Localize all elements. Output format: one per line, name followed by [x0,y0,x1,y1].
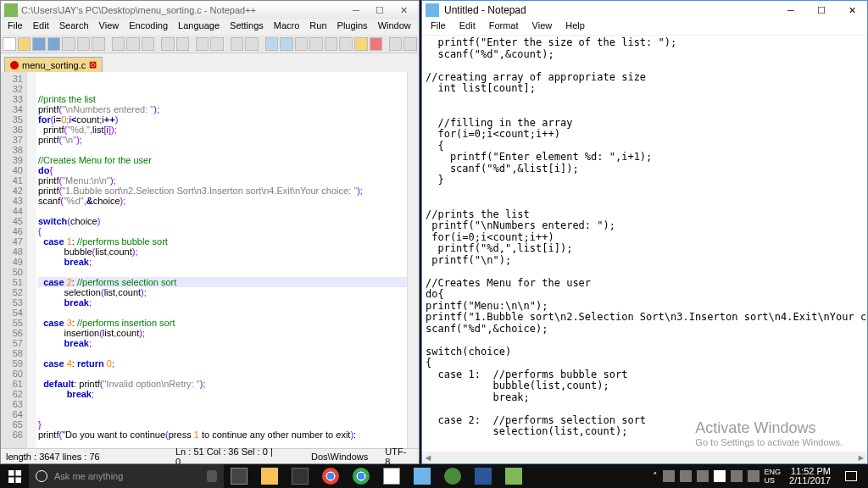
battery-icon[interactable] [714,470,726,482]
menu-macro[interactable]: Macro [269,19,305,35]
start-button[interactable] [0,464,29,488]
taskview-button[interactable] [224,464,254,488]
unsaved-dot-icon [10,61,19,69]
vscrollbar[interactable] [407,72,419,448]
npp-toolbar [1,35,419,53]
paste-icon[interactable] [142,37,155,51]
status-encoding: UTF-8 [385,446,406,467]
menu-language[interactable]: Language [173,19,225,35]
menu-view[interactable]: View [526,19,559,35]
undo-icon[interactable] [161,37,175,51]
print-icon[interactable] [92,37,105,51]
search-box[interactable]: Ask me anything [29,464,224,488]
new-file-icon[interactable] [3,37,16,51]
hscrollbar[interactable]: ◄ ► [422,452,867,463]
menu-file[interactable]: File [424,19,453,35]
zoom-out-icon[interactable] [245,37,259,51]
menu-help[interactable]: Help [559,19,592,35]
wordwrap-icon[interactable] [265,37,279,51]
npp-tabbar: menu_sorting.c ⊠ [1,53,419,72]
notepad-app-icon [426,3,439,17]
app-button[interactable] [376,464,407,488]
replace-icon[interactable] [210,37,224,51]
menu-edit[interactable]: Edit [28,19,54,35]
wifi-icon[interactable] [731,470,743,482]
action-center-button[interactable] [839,464,863,488]
func-list-icon[interactable] [339,37,353,51]
menu-file[interactable]: File [3,19,28,35]
volume-icon[interactable] [748,470,760,482]
udl-icon[interactable] [309,37,323,51]
maximize-button[interactable]: ☐ [368,5,392,16]
npp-editor[interactable]: 3132333435363738394041424344454647484950… [1,72,419,448]
line-gutter: 3132333435363738394041424344454647484950… [1,72,26,448]
tray-chevron-icon[interactable]: ˄ [653,471,658,482]
indent-guide-icon[interactable] [295,37,309,51]
store-button[interactable] [285,464,315,488]
np-menubar: File Edit Format View Help [422,19,867,36]
onedrive-icon[interactable] [680,470,692,482]
menu-settings[interactable]: Settings [225,19,269,35]
close-all-icon[interactable] [77,37,91,51]
menu-edit[interactable]: Edit [453,19,482,35]
tab-close-icon[interactable]: ⊠ [89,59,97,70]
close-button[interactable]: ✕ [392,5,415,16]
tab-label: menu_sorting.c [22,60,86,70]
chrome-button[interactable] [315,464,346,488]
close-button[interactable]: ✕ [837,1,867,19]
menu-view[interactable]: View [94,19,125,35]
fold-gutter[interactable] [26,72,36,448]
open-file-icon[interactable] [18,37,31,51]
folder-icon[interactable] [354,37,368,51]
scroll-left-icon[interactable]: ◄ [422,452,434,463]
input-lang[interactable]: ENGUS [765,468,782,485]
svg-rect-2 [8,477,14,483]
menu-search[interactable]: Search [54,19,94,35]
tray-icon[interactable] [663,470,675,482]
status-length: length : 3647 lines : 76 [6,452,159,462]
doc-map-icon[interactable] [325,37,338,51]
zoom-in-icon[interactable] [231,37,244,51]
np-titlebar[interactable]: Untitled - Notepad ─ ☐ ✕ [422,1,867,19]
maximize-button[interactable]: ☐ [806,1,837,19]
menu-format[interactable]: Format [482,19,526,35]
npp-taskbar-button[interactable] [498,464,529,488]
tab-menu-sorting[interactable]: menu_sorting.c ⊠ [4,57,103,72]
copy-icon[interactable] [126,37,140,51]
menu-plugins[interactable]: Plugins [332,19,373,35]
chrome-button-2[interactable] [346,464,376,488]
np-title: Untitled - Notepad [444,4,776,16]
find-icon[interactable] [196,37,209,51]
redo-icon[interactable] [176,37,190,51]
save-all-icon[interactable] [47,37,61,51]
npp-titlebar[interactable]: C:\Users\JAY's PC\Desktop\menu_sorting.c… [1,1,419,19]
clock[interactable]: 11:52 PM 2/11/2017 [786,467,834,485]
np-text-area[interactable]: printf("Enter the size of the list: "); … [422,36,867,463]
clock-date: 2/11/2017 [789,476,831,485]
play-macro-icon[interactable] [403,37,417,51]
menu-window[interactable]: Window [373,19,416,35]
menu-run[interactable]: Run [304,19,331,35]
microphone-icon[interactable] [207,470,217,482]
code-area[interactable]: //prints the listprintf("\nNumbers enter… [36,72,419,448]
record-macro-icon[interactable] [389,37,403,51]
notepad-taskbar-button[interactable] [407,464,437,488]
minimize-button[interactable]: ─ [344,5,368,15]
monitor-icon[interactable] [370,37,383,51]
cut-icon[interactable] [112,37,125,51]
defender-icon[interactable] [697,470,709,482]
status-eol: Dos\Windows [311,452,368,462]
minimize-button[interactable]: ─ [776,1,806,19]
scroll-right-icon[interactable]: ► [855,452,867,463]
save-icon[interactable] [32,37,46,51]
npp-statusbar: length : 3647 lines : 76 Ln : 51 Col : 3… [1,448,419,463]
taskbar: Ask me anything ˄ ENGUS 11:52 PM 2/11/20… [0,464,868,488]
menu-encoding[interactable]: Encoding [124,19,173,35]
app-button-2[interactable] [437,464,468,488]
word-button[interactable] [468,464,498,488]
show-all-chars-icon[interactable] [280,37,293,51]
npp-title: C:\Users\JAY's PC\Desktop\menu_sorting.c… [21,5,344,15]
npp-app-icon [4,3,18,17]
file-explorer-button[interactable] [254,464,285,488]
close-file-icon[interactable] [62,37,75,51]
